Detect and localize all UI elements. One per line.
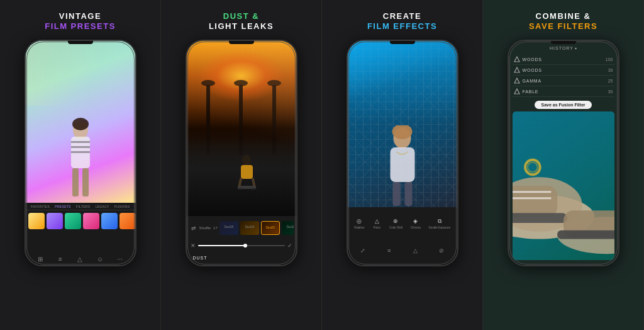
panel2-line2: LIGHT LEAKS <box>209 21 274 31</box>
chroma-label: Chroma <box>411 226 421 229</box>
phone1-bottom: FAVORITES PRESETS FILTERS LEGACY FUSIONS… <box>26 203 135 266</box>
close-icon[interactable]: ✕ <box>191 242 196 249</box>
phone4-content: HISTORY ▾ WOODS 100 <box>509 41 618 265</box>
preset-swatch-5[interactable] <box>101 213 118 229</box>
tab-legacy[interactable]: LEGACY <box>96 205 109 208</box>
svg-rect-18 <box>392 182 400 206</box>
panel-vintage-title: VINTAGE FILM PRESETS <box>45 11 116 31</box>
phone3-bottom: ◎ Halation △ Prism ⊕ Color Shift ◈ Chrom… <box>348 207 457 266</box>
preset-swatch-6[interactable] <box>119 213 135 229</box>
panel4-line2: SAVE FILTERS <box>529 21 597 31</box>
nav-list-icon[interactable]: ≡ <box>56 254 65 263</box>
phone1-preset-swatches <box>26 210 135 232</box>
double-label: Double Exposure <box>429 226 451 229</box>
colorshift-label: Color Shift <box>389 226 402 229</box>
tab-filters[interactable]: FILTERS <box>76 205 90 208</box>
svg-rect-3 <box>71 146 90 148</box>
action-list-icon[interactable]: ≡ <box>384 246 394 256</box>
filter-tri-icon-3 <box>514 88 520 94</box>
phone-mockup-1: FAVORITES PRESETS FILTERS LEGACY FUSIONS… <box>25 40 136 266</box>
nav-grid-icon[interactable]: ⊞ <box>36 254 45 263</box>
action-triangle-icon[interactable]: △ <box>410 246 420 256</box>
phone1-photo <box>26 41 135 202</box>
panel1-line2: FILM PRESETS <box>45 21 116 31</box>
svg-marker-22 <box>514 78 519 83</box>
slider-row: ✕ ✓ <box>189 242 294 249</box>
phone1-person-svg <box>58 115 103 203</box>
tool-double[interactable]: ⧉ Double Exposure <box>429 217 451 229</box>
slider-thumb <box>243 244 247 248</box>
phone-shell-2: ⇌ Shuffle 17 Dust18 Dust19 Dust20 Dust21 <box>186 40 297 266</box>
filter-name-0: WOODS <box>523 57 542 62</box>
svg-rect-29 <box>513 213 567 223</box>
actions-row: ⤢ ≡ △ ⊘ <box>350 246 455 256</box>
phone-mockup-2: ⇌ Shuffle 17 Dust18 Dust19 Dust20 Dust21 <box>186 40 297 266</box>
check-icon[interactable]: ✓ <box>287 242 292 249</box>
notch-1 <box>68 41 93 44</box>
phone1-tabs: FAVORITES PRESETS FILTERS LEGACY FUSIONS <box>26 203 135 210</box>
intensity-slider[interactable] <box>198 245 285 246</box>
phone-mockup-4: HISTORY ▾ WOODS 100 <box>508 40 619 266</box>
panel-combine-title: COMBINE & SAVE FILTERS <box>529 11 597 31</box>
filter-item-2[interactable]: GAMMA 25 <box>513 76 614 86</box>
preset-swatch-1[interactable] <box>28 213 45 229</box>
filter-dust21[interactable]: Dust21 <box>282 221 294 235</box>
filter-row: ⇌ Shuffle 17 Dust18 Dust19 Dust20 Dust21 <box>189 221 294 235</box>
label-row: DUST <box>189 256 294 260</box>
filter-dust19[interactable]: Dust19 <box>240 221 259 235</box>
prism-label: Prism <box>373 226 380 229</box>
phone-shell-4: HISTORY ▾ WOODS 100 <box>508 40 619 266</box>
filter-item-0[interactable]: WOODS 100 <box>513 54 614 65</box>
prism-icon: △ <box>372 217 381 225</box>
filter-tri-icon-0 <box>514 56 520 62</box>
panel-combine: COMBINE & SAVE FILTERS HISTORY ▾ <box>483 0 644 330</box>
phone-shell-1: FAVORITES PRESETS FILTERS LEGACY FUSIONS… <box>25 40 136 266</box>
preset-swatch-2[interactable] <box>47 213 63 229</box>
filter-value-1: 39 <box>608 68 613 72</box>
tool-chroma[interactable]: ◈ Chroma <box>411 217 421 229</box>
filter-dust18[interactable]: Dust18 <box>219 221 238 235</box>
history-label: HISTORY <box>550 46 574 50</box>
panel-vintage: VINTAGE FILM PRESETS <box>0 0 161 330</box>
filter-value-0: 100 <box>606 57 613 62</box>
action-circle-icon[interactable]: ⊘ <box>436 246 447 256</box>
nav-more-icon[interactable]: ··· <box>116 254 125 263</box>
tool-colorshift[interactable]: ⊕ Color Shift <box>389 217 402 229</box>
filter-dust20[interactable]: Dust20 <box>261 221 280 235</box>
history-chevron-icon[interactable]: ▾ <box>575 46 577 50</box>
action-adjust-icon[interactable]: ⤢ <box>358 246 368 256</box>
phone3-photo <box>348 41 457 207</box>
preset-swatch-4[interactable] <box>83 213 99 229</box>
panel1-line1: VINTAGE <box>45 11 116 21</box>
tool-prism[interactable]: △ Prism <box>372 217 381 229</box>
nav-triangle-icon[interactable]: △ <box>75 254 84 263</box>
tab-presets[interactable]: PRESETS <box>55 205 70 208</box>
svg-rect-2 <box>71 141 90 143</box>
phone-mockup-3: ◎ Halation △ Prism ⊕ Color Shift ◈ Chrom… <box>347 40 458 266</box>
filter-value-2: 25 <box>608 79 613 83</box>
filter-item-1[interactable]: WOODS 39 <box>513 65 614 76</box>
filter-tri-icon-2 <box>514 77 520 84</box>
halation-label: Halation <box>354 226 365 229</box>
svg-marker-20 <box>514 57 519 62</box>
shuffle-number: 17 <box>213 226 218 230</box>
nav-smiley-icon[interactable]: ☺ <box>96 254 104 263</box>
notch-2 <box>229 41 254 44</box>
panel-create: CREATE FILM EFFECTS <box>322 0 483 330</box>
tab-favorites[interactable]: FAVORITES <box>31 205 50 208</box>
svg-rect-34 <box>557 230 614 239</box>
svg-point-7 <box>72 118 89 130</box>
tool-halation[interactable]: ◎ Halation <box>354 217 365 229</box>
filter-item-3[interactable]: FABLE 30 <box>513 86 614 97</box>
filter-left-3: FABLE <box>514 88 539 94</box>
filter-left-2: GAMMA <box>514 77 541 84</box>
svg-rect-5 <box>72 168 79 196</box>
tab-fusions[interactable]: FUSIONS <box>114 205 130 208</box>
shuffle-icon[interactable]: ⇌ <box>189 224 198 232</box>
halation-icon: ◎ <box>355 217 364 225</box>
double-icon: ⧉ <box>435 217 444 225</box>
preset-swatch-3[interactable] <box>65 213 81 229</box>
filter-name-3: FABLE <box>523 89 539 94</box>
phone4-preview <box>513 111 614 260</box>
save-fusion-button[interactable]: Save as Fusion Filter <box>535 101 591 109</box>
